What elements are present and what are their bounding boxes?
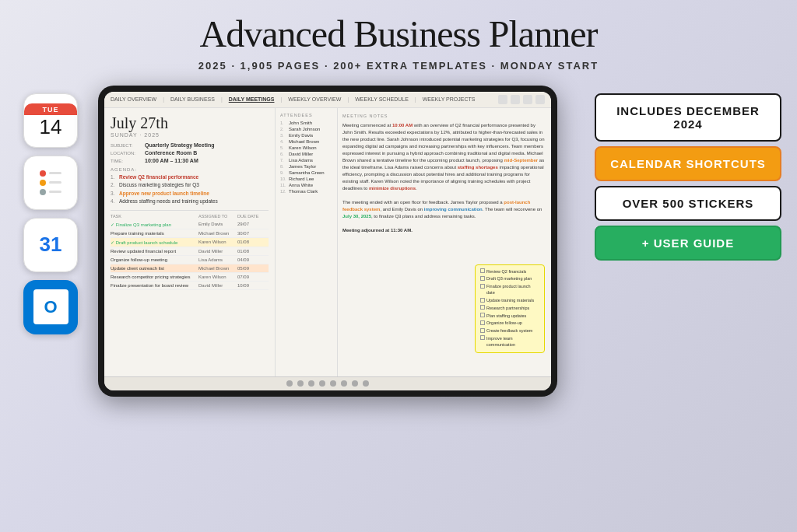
main-area: TUE 14 31 O — [0, 86, 797, 397]
page-header: Advanced Business Planner 2025 · 1,905 P… — [0, 0, 797, 78]
calendar-date-number: 14 — [40, 117, 62, 137]
agenda-item-4: 4. Address staffing needs and training u… — [111, 198, 269, 205]
app-icons-column: TUE 14 31 O — [16, 86, 86, 334]
check-7: Organize follow-up — [480, 320, 539, 326]
task-row-6: Update client outreach list Michael Brow… — [111, 264, 269, 273]
outlook-letter: O — [33, 289, 68, 324]
nav-icon-4[interactable] — [535, 95, 545, 104]
calendar-day-label: TUE — [24, 103, 77, 115]
task-row-4: Review updated financial report David Mi… — [111, 247, 269, 256]
feature-badges-column: INCLUDES DECEMBER 2024 CALENDAR SHORTCUT… — [595, 86, 781, 261]
nav-icon-1[interactable] — [498, 95, 507, 104]
google-calendar-app-icon[interactable]: 31 — [23, 218, 78, 272]
task-row-7: Research competitor pricing strategies K… — [111, 273, 269, 282]
check-4: Update training materials — [480, 297, 539, 303]
attendee-2: 2.Sarah Johnson — [280, 127, 332, 131]
agenda-item-1: 1. Review Q2 financial performance — [111, 174, 269, 180]
reminder-line — [49, 172, 61, 174]
tablet-screen: DAILY OVERVIEW | DAILY BUSINESS | DAILY … — [104, 92, 551, 390]
reminder-row-2 — [40, 180, 61, 186]
task-table-header: TASK ASSIGNED TO DUE DATE — [111, 214, 269, 219]
check-3: Finalize product launch date — [480, 283, 539, 296]
attendee-10: 10.Richard Lee — [280, 177, 332, 181]
attendee-4: 4.Michael Brown — [280, 139, 332, 144]
bottom-icon-2[interactable] — [297, 380, 304, 387]
meeting-notes-panel: MEETING NOTES Meeting commenced at 10:00… — [338, 108, 551, 376]
subject-row: SUBJECT: Quarterly Strategy Meeting — [111, 142, 269, 148]
attendee-11: 11.Anna White — [280, 183, 332, 187]
reminder-line-3 — [49, 191, 61, 193]
task-row-5: Organize follow-up meeting Lisa Adams 04… — [111, 256, 269, 264]
check-6: Plan staffing updates — [480, 313, 539, 319]
attendee-3: 3.Emily Davis — [280, 133, 332, 138]
attendee-5: 5.Karen Wilson — [280, 145, 332, 150]
task-row-2: Prepare training materials Michael Brown… — [111, 229, 269, 238]
tablet-content-area: July 27th SUNDAY · 2025 SUBJECT: Quarter… — [104, 108, 551, 376]
reminders-app-icon[interactable] — [23, 156, 78, 210]
tablet-nav-bar: DAILY OVERVIEW | DAILY BUSINESS | DAILY … — [104, 92, 551, 108]
nav-icon-3[interactable] — [523, 95, 532, 104]
attendee-12: 12.Thomas Clark — [280, 189, 332, 194]
bottom-icon-5[interactable] — [330, 380, 336, 387]
nav-weekly-schedule[interactable]: WEEKLY SCHEDULE — [355, 96, 409, 102]
meeting-notes-title: MEETING NOTES — [342, 113, 546, 119]
task-row-3: ✓ Draft product launch schedule Karen Wi… — [111, 238, 269, 247]
outlook-app-icon[interactable]: O — [23, 280, 78, 334]
badge-december: INCLUDES DECEMBER 2024 — [595, 93, 781, 142]
calendar-app-icon[interactable]: TUE 14 — [23, 93, 78, 148]
nav-weekly-overview[interactable]: WEEKLY OVERVIEW — [288, 96, 341, 102]
reminder-line-2 — [49, 181, 61, 184]
meeting-notes-text: Meeting commenced at 10:00 AM with an ov… — [342, 122, 546, 234]
meeting-details-panel: July 27th SUNDAY · 2025 SUBJECT: Quarter… — [104, 108, 276, 376]
dot-red — [40, 170, 46, 177]
bottom-icon-4[interactable] — [319, 380, 325, 387]
attendee-6: 6.David Miller — [280, 152, 332, 156]
bottom-icon-1[interactable] — [286, 380, 293, 387]
check-8: Create feedback system — [480, 327, 539, 334]
time-label: TIME: — [111, 158, 142, 163]
bottom-icon-8[interactable] — [363, 380, 369, 387]
attendees-title: ATTENDEES — [280, 113, 332, 117]
attendees-panel: ATTENDEES 1.John Smith 2.Sarah Johnson 3… — [276, 108, 338, 376]
attendee-8: 8.James Taylor — [280, 164, 332, 169]
nav-icon-2[interactable] — [511, 95, 520, 104]
task-col-assign: ASSIGNED TO — [198, 214, 237, 219]
nav-icons-right — [498, 95, 545, 104]
nav-daily-business[interactable]: DAILY BUSINESS — [170, 96, 215, 102]
tablet-frame: DAILY OVERVIEW | DAILY BUSINESS | DAILY … — [98, 86, 557, 397]
attendee-1: 1.John Smith — [280, 121, 332, 125]
reminder-row-3 — [40, 189, 61, 195]
bottom-icon-7[interactable] — [352, 380, 358, 387]
location-label: LOCATION: — [111, 150, 142, 156]
attendee-9: 9.Samantha Green — [280, 170, 332, 175]
nav-weekly-projects[interactable]: WEEKLY PROJECTS — [423, 96, 476, 102]
subject-label: SUBJECT: — [111, 142, 142, 148]
task-row-1: ✓ Finalize Q3 marketing plan Emily Davis… — [111, 220, 269, 229]
location-row: LOCATION: Conference Room B — [111, 150, 269, 156]
reminder-row-1 — [40, 170, 61, 177]
nav-daily-meetings[interactable]: DAILY MEETINGS — [229, 96, 275, 102]
badge-user-guide: + USER GUIDE — [595, 226, 781, 261]
checklist-overlay: Review Q2 financials Draft Q3 marketing … — [475, 264, 545, 353]
dot-gray — [40, 189, 46, 195]
badge-stickers: OVER 500 STICKERS — [595, 186, 781, 221]
bottom-icon-3[interactable] — [308, 380, 314, 387]
agenda-section-title: AGENDA: — [111, 167, 269, 172]
meeting-date-heading: July 27th — [111, 114, 269, 132]
check-9: Improve team communication — [480, 335, 539, 348]
task-table-section: TASK ASSIGNED TO DUE DATE ✓ Finalize Q3 … — [111, 210, 269, 290]
location-value: Conference Room B — [145, 150, 197, 156]
time-row: TIME: 10:00 AM – 11:30 AM — [111, 158, 269, 163]
task-col-due: DUE DATE — [237, 214, 269, 219]
gcal-number: 31 — [40, 233, 62, 257]
nav-daily-overview[interactable]: DAILY OVERVIEW — [111, 96, 156, 102]
agenda-item-3: 3. Approve new product launch timeline — [111, 191, 269, 197]
task-col-task: TASK — [111, 214, 198, 219]
page-subtitle: 2025 · 1,905 PAGES · 200+ EXTRA TEMPLATE… — [0, 60, 797, 72]
tablet-device: DAILY OVERVIEW | DAILY BUSINESS | DAILY … — [98, 86, 582, 397]
page-title: Advanced Business Planner — [0, 14, 797, 55]
task-row-8: Finalize presentation for board review D… — [111, 282, 269, 290]
check-1: Review Q2 financials — [480, 268, 539, 275]
meeting-date-sub: SUNDAY · 2025 — [111, 132, 269, 138]
bottom-icon-6[interactable] — [341, 380, 347, 387]
